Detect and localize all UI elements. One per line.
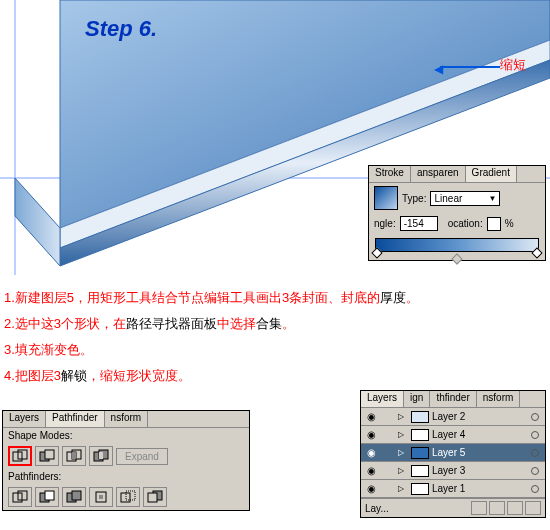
tab-transform-lp[interactable]: nsform <box>477 391 521 407</box>
percent-label: % <box>505 218 514 229</box>
expand-icon[interactable]: ▷ <box>398 448 408 457</box>
layer-row[interactable]: ◉▷Layer 3 <box>361 462 545 480</box>
layer-swatch <box>411 465 429 477</box>
gradient-swatch[interactable] <box>374 186 398 210</box>
gradient-bar[interactable] <box>375 238 539 252</box>
gradient-stop-left[interactable] <box>371 247 382 258</box>
callout-text: 缩短 <box>500 56 526 74</box>
layers-delete-button[interactable] <box>525 501 541 515</box>
dropdown-icon: ▼ <box>489 194 497 203</box>
svg-rect-11 <box>99 452 103 459</box>
type-label: Type: <box>402 193 426 204</box>
gradient-panel: Stroke ansparen Gradient Type: Linear ▼ … <box>368 165 546 261</box>
visibility-icon[interactable]: ◉ <box>364 447 378 458</box>
shape-modes-label: Shape Modes: <box>3 428 249 443</box>
layer-row[interactable]: ◉▷Layer 1 <box>361 480 545 498</box>
instructions-block: 1.新建图层5，用矩形工具结合节点编辑工具画出3条封面、封底的厚度。 2.选中这… <box>4 285 419 389</box>
instruction-1: 1.新建图层5，用矩形工具结合节点编辑工具画出3条封面、封底的厚度。 <box>4 285 419 311</box>
pathfinder-divide[interactable] <box>8 487 32 507</box>
target-icon[interactable] <box>531 467 539 475</box>
gradient-stop-right[interactable] <box>531 247 542 258</box>
layer-name: Layer 4 <box>432 429 465 440</box>
visibility-icon[interactable]: ◉ <box>364 465 378 476</box>
tab-pathfinder[interactable]: Pathfinder <box>46 411 105 427</box>
angle-input[interactable] <box>400 216 438 231</box>
step-label: Step 6. <box>85 16 157 42</box>
tab-layers[interactable]: Layers <box>361 391 404 407</box>
expand-icon[interactable]: ▷ <box>398 484 408 493</box>
instruction-4: 4.把图层3解锁，缩短形状宽度。 <box>4 363 419 389</box>
target-icon[interactable] <box>531 485 539 493</box>
svg-rect-8 <box>72 452 76 459</box>
layers-footer: Lay... <box>365 503 389 514</box>
gradient-panel-tabs: Stroke ansparen Gradient <box>369 166 545 183</box>
visibility-icon[interactable]: ◉ <box>364 411 378 422</box>
tab-transparency[interactable]: ansparen <box>411 166 466 182</box>
layer-row[interactable]: ◉▷Layer 5 <box>361 444 545 462</box>
layer-name: Layer 3 <box>432 465 465 476</box>
layer-swatch <box>411 447 429 459</box>
angle-label: ngle: <box>374 218 396 229</box>
pathfinder-trim[interactable] <box>35 487 59 507</box>
svg-rect-23 <box>148 493 157 502</box>
expand-button[interactable]: Expand <box>116 448 168 465</box>
tab-gradient[interactable]: Gradient <box>466 166 517 182</box>
layer-swatch <box>411 483 429 495</box>
pathfinder-merge[interactable] <box>62 487 86 507</box>
callout-arrow <box>440 66 500 68</box>
svg-rect-17 <box>72 491 81 500</box>
tab-stroke[interactable]: Stroke <box>369 166 411 182</box>
tab-align[interactable]: ign <box>404 391 430 407</box>
pathfinder-minus-back[interactable] <box>143 487 167 507</box>
target-icon[interactable] <box>531 449 539 457</box>
tab-pathfinder-lp[interactable]: thfinder <box>430 391 476 407</box>
layer-swatch <box>411 411 429 423</box>
shape-mode-subtract[interactable] <box>35 446 59 466</box>
tab-transform-pf[interactable]: nsform <box>105 411 149 427</box>
layer-row[interactable]: ◉▷Layer 4 <box>361 426 545 444</box>
visibility-icon[interactable]: ◉ <box>364 483 378 494</box>
arrow-left-icon: ◀ <box>434 62 443 76</box>
layers-btn-1[interactable] <box>471 501 487 515</box>
layer-name: Layer 1 <box>432 483 465 494</box>
shape-mode-exclude[interactable] <box>89 446 113 466</box>
layer-name: Layer 5 <box>432 447 465 458</box>
pathfinders-label: Pathfinders: <box>3 469 249 484</box>
pathfinder-outline[interactable] <box>116 487 140 507</box>
pathfinder-crop[interactable] <box>89 487 113 507</box>
tab-layers-pf[interactable]: Layers <box>3 411 46 427</box>
expand-icon[interactable]: ▷ <box>398 430 408 439</box>
visibility-icon[interactable]: ◉ <box>364 429 378 440</box>
layer-swatch <box>411 429 429 441</box>
target-icon[interactable] <box>531 413 539 421</box>
pathfinder-panel: Layers Pathfinder nsform Shape Modes: Ex… <box>2 410 250 511</box>
layer-name: Layer 2 <box>432 411 465 422</box>
target-icon[interactable] <box>531 431 539 439</box>
gradient-type-value: Linear <box>434 193 462 204</box>
instruction-3: 3.填充渐变色。 <box>4 337 419 363</box>
shape-mode-intersect[interactable] <box>62 446 86 466</box>
location-label: ocation: <box>448 218 483 229</box>
svg-rect-15 <box>45 491 54 500</box>
gradient-type-select[interactable]: Linear ▼ <box>430 191 500 206</box>
location-swatch[interactable] <box>487 217 501 231</box>
layer-row[interactable]: ◉▷Layer 2 <box>361 408 545 426</box>
svg-rect-19 <box>99 495 103 499</box>
instruction-2: 2.选中这3个形状，在路径寻找器面板中选择合集。 <box>4 311 419 337</box>
expand-icon[interactable]: ▷ <box>398 412 408 421</box>
svg-rect-5 <box>45 450 54 459</box>
layers-new-button[interactable] <box>507 501 523 515</box>
layers-btn-2[interactable] <box>489 501 505 515</box>
expand-icon[interactable]: ▷ <box>398 466 408 475</box>
layers-panel: Layers ign thfinder nsform ◉▷Layer 2◉▷La… <box>360 390 546 518</box>
shape-mode-unite[interactable] <box>8 446 32 466</box>
